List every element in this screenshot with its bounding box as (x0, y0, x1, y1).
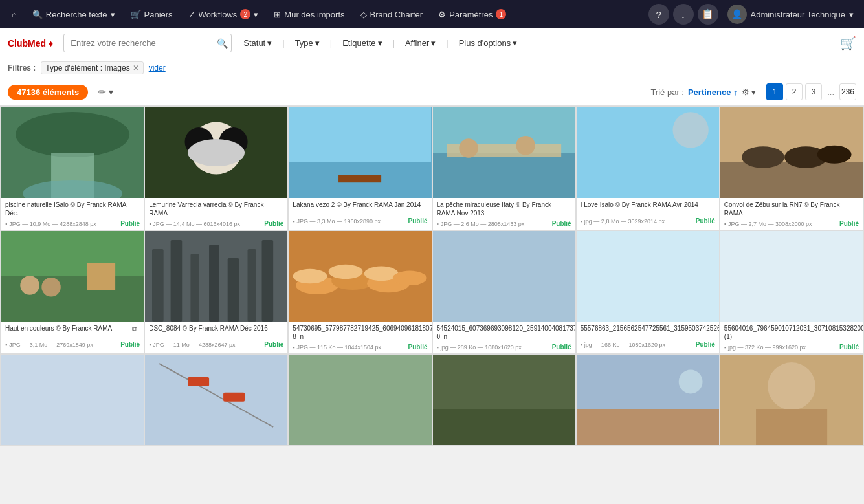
image-caption: Lakana vezo 2 © By Franck RAMA Jan 2014 (289, 198, 431, 216)
image-thumbnail (289, 107, 431, 198)
nav-item-params[interactable]: ⚙ Paramètres 1 (432, 5, 513, 23)
image-thumbnail (145, 355, 287, 445)
image-caption: piscine naturelle ISalo © By Franck RAMA… (1, 198, 144, 219)
image-caption: I Love Isalo © By Franck RAMA Avr 2014 (577, 198, 719, 216)
remove-filter-button[interactable]: ✕ (133, 63, 139, 72)
svg-rect-50 (577, 231, 719, 322)
download-icon-button[interactable]: ↓ (673, 4, 694, 25)
user-chevron-icon: ▾ (849, 10, 854, 19)
image-caption: 55576863_2156562547725561_31595037425269… (577, 322, 719, 340)
image-file-info: JPG — 2,7 Mo — 3008x2000 px (728, 221, 812, 227)
svg-rect-35 (171, 240, 183, 322)
image-type-icon: ▪ (724, 221, 726, 227)
svg-point-45 (293, 269, 327, 283)
search-input[interactable] (63, 34, 232, 52)
grid-item[interactable]: 54730695_577987782719425_606940961818070… (289, 231, 431, 353)
grid-item[interactable]: La pêche miraculeuse Ifaty © By Franck R… (433, 107, 575, 230)
grid-item[interactable] (433, 355, 575, 445)
image-meta: ▪ JPG — 3,3 Mo — 1960x2890 px Publié (289, 216, 431, 227)
workflows-badge: 2 (240, 9, 250, 19)
image-type-icon: ▪ (149, 342, 151, 348)
cart-icon[interactable]: 🛒 (840, 36, 856, 51)
sort-value[interactable]: Pertinence ↑ (688, 87, 738, 97)
grid-item[interactable]: ⧉ Haut en couleurs © By Franck RAMA ▪ JP… (1, 231, 144, 353)
home-button[interactable]: ⌂ (5, 6, 23, 23)
image-thumbnail (720, 107, 863, 198)
image-caption: DSC_8084 © By Franck RAMA Déc 2016 (145, 322, 287, 340)
main-content: piscine naturelle ISalo © By Franck RAMA… (0, 106, 864, 501)
grid-item[interactable] (1, 355, 144, 445)
search-submit-button[interactable]: 🔍 (217, 38, 228, 49)
statut-filter-button[interactable]: Statut ▾ (237, 35, 278, 51)
page-2-button[interactable]: 2 (786, 83, 803, 100)
grid-item[interactable] (720, 355, 863, 445)
image-thumbnail (577, 231, 719, 322)
nav-item-mur[interactable]: ⊞ Mur des imports (267, 6, 351, 23)
image-status: Publié (408, 344, 427, 351)
svg-point-17 (516, 136, 535, 155)
image-meta: ▪ jpg — 2,8 Mo — 3029x2014 px Publié (577, 216, 719, 227)
right-icons: ? ↓ 📋 👤 Administrateur Technique ▾ (648, 4, 859, 25)
etiquette-filter-button[interactable]: Etiquette ▾ (336, 35, 388, 51)
chevron-down-icon: ▾ (267, 38, 272, 48)
edit-button[interactable]: ✏ ▾ (98, 87, 113, 97)
grid-item[interactable]: 55576863_2156562547725561_31595037425269… (577, 231, 719, 353)
image-meta: ▪ JPG — 2,6 Mo — 2808x1433 px Publié (433, 219, 575, 230)
image-status: Publié (696, 341, 715, 348)
nav-item-brand[interactable]: ◇ Brand Charter (354, 6, 430, 23)
grid-item[interactable]: DSC_8084 © By Franck RAMA Déc 2016 ▪ JPG… (145, 231, 287, 353)
search-input-wrap: 🔍 (63, 34, 232, 52)
clipboard-icon-button[interactable]: 📋 (698, 4, 718, 25)
page-3-button[interactable]: 3 (805, 83, 822, 100)
svg-point-32 (41, 278, 61, 297)
image-caption: 54524015_607369693098120_259140040817377… (433, 322, 575, 342)
svg-rect-40 (262, 240, 274, 322)
svg-rect-39 (248, 249, 256, 322)
svg-point-31 (20, 276, 39, 295)
nav-item-recherche[interactable]: 🔍 Recherche texte ▾ (26, 6, 122, 23)
grid-item[interactable]: Lemurine Varrecia varrecia © By Franck R… (145, 107, 287, 230)
filter-separator: | (281, 38, 285, 48)
chevron-down-icon: ▾ (513, 38, 517, 48)
image-thumbnail (145, 231, 287, 322)
grid-item[interactable] (577, 355, 719, 445)
page-last-button[interactable]: 236 (839, 83, 856, 100)
affiner-filter-button[interactable]: Affiner ▾ (399, 35, 442, 51)
svg-point-48 (393, 271, 427, 285)
filter-separator: | (329, 38, 333, 48)
chevron-down-icon: ▾ (254, 10, 258, 19)
page-1-button[interactable]: 1 (766, 83, 783, 100)
filter-row: Statut ▾ | Type ▾ | Etiquette ▾ | Affine… (237, 35, 835, 51)
grid-item[interactable]: I Love Isalo © By Franck RAMA Avr 2014 ▪… (577, 107, 719, 230)
avatar: 👤 (727, 5, 747, 24)
type-filter-button[interactable]: Type ▾ (289, 35, 326, 51)
grid-item[interactable] (289, 355, 431, 445)
image-thumbnail (577, 355, 719, 445)
active-filters-bar: Filtres : Type d'élément : Images ✕ vide… (0, 58, 864, 78)
plus-options-filter-button[interactable]: Plus d'options ▾ (452, 35, 524, 51)
image-file-info: JPG — 115 Ko — 1044x1504 px (297, 344, 382, 351)
grid-item[interactable]: Convoi de Zébu sur la RN7 © By Franck RA… (720, 107, 863, 230)
nav-item-paniers[interactable]: 🛒 Paniers (124, 6, 179, 23)
sort-settings-button[interactable]: ⚙ ▾ (742, 87, 757, 97)
grid-item[interactable]: 55604016_796459010712031_307108153282002… (720, 231, 863, 353)
grid-item[interactable]: piscine naturelle ISalo © By Franck RAMA… (1, 107, 144, 230)
grid-item[interactable]: Lakana vezo 2 © By Franck RAMA Jan 2014 … (289, 107, 431, 230)
image-type-icon: ▪ (293, 344, 294, 351)
home-icon: ⌂ (12, 10, 17, 19)
image-status: Publié (264, 220, 283, 227)
clear-filters-link[interactable]: vider (149, 63, 166, 72)
grid-item[interactable] (145, 355, 287, 445)
image-file-info: jpg — 289 Ko — 1080x1620 px (441, 344, 522, 351)
filter-separator: | (445, 38, 449, 48)
user-menu-button[interactable]: 👤 Administrateur Technique ▾ (722, 5, 859, 24)
help-icon-button[interactable]: ? (648, 4, 669, 25)
image-file-info: JPG — 11 Mo — 4288x2647 px (153, 342, 235, 348)
chevron-down-icon: ▾ (431, 38, 436, 48)
grid-item[interactable]: 54524015_607369693098120_259140040817377… (433, 231, 575, 353)
image-caption: La pêche miraculeuse Ifaty © By Franck R… (433, 198, 575, 219)
svg-rect-56 (223, 393, 245, 402)
image-thumbnail (289, 355, 431, 445)
nav-item-workflows[interactable]: ✓ Workflows 2 ▾ (182, 5, 265, 23)
svg-rect-64 (433, 409, 575, 445)
